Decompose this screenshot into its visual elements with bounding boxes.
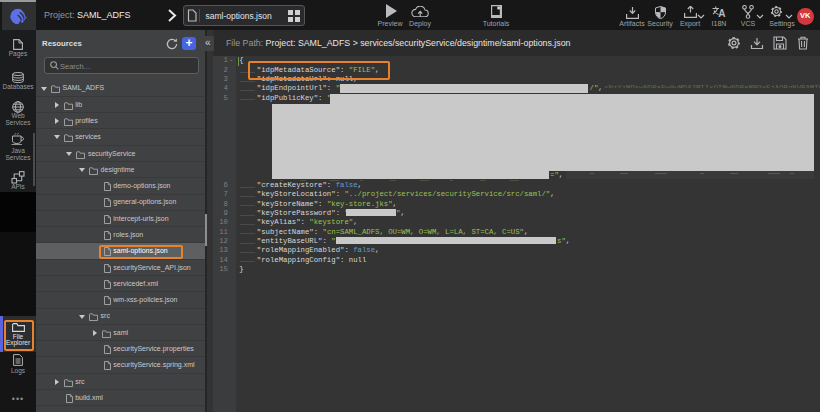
svg-text:A: A	[718, 8, 725, 17]
